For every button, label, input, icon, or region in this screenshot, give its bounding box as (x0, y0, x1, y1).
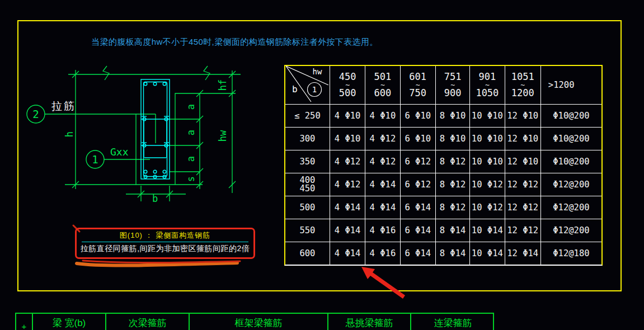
cell: 4 Φ10 (365, 105, 400, 128)
figure-divider (82, 242, 248, 242)
general-note-text: 当梁的腹板高度hw不小于450时,梁侧面的构造钢筋除标注者外按下表选用。 (91, 37, 483, 48)
corner-hw-label: hw (313, 67, 322, 76)
cell: 4 Φ14 (330, 196, 365, 219)
cell: 12 Φ12 (505, 196, 540, 219)
cell: 8 Φ12 (435, 196, 469, 219)
cell: 10 Φ14 (470, 219, 505, 242)
table-row: 350 4 Φ12 4 Φ12 6 Φ12 8 Φ12 10 Φ10 12 Φ1… (285, 150, 601, 173)
bottom-cell-frame-beam: 框架梁箍筋 (190, 314, 328, 330)
cell: 12 Φ12 (505, 173, 540, 196)
cell: 6 Φ14 (400, 242, 435, 265)
col-header: 1051~1200 (505, 66, 540, 105)
cell: 6 Φ12 (400, 150, 435, 173)
cell: 10 Φ12 (470, 196, 505, 219)
cell: 4 Φ10 (330, 105, 365, 128)
cell: 4 Φ12 (330, 173, 365, 196)
cell: 8 Φ10 (435, 105, 469, 128)
cell: 12 Φ10 (505, 150, 540, 173)
col-header: 901~1050 (470, 66, 505, 105)
cell: 4 Φ14 (365, 196, 400, 219)
figure-title: 图(10) ： 梁侧面构造钢筋 (120, 230, 210, 241)
cell: Φ12@200 (540, 196, 601, 219)
cell: 4 Φ10 (330, 128, 365, 150)
cell: 6 Φ14 (400, 196, 435, 219)
row-label: 500 (285, 196, 330, 219)
table-row: 400 450 4 Φ12 4 Φ14 6 Φ12 8 Φ12 10 Φ12 1… (285, 173, 601, 196)
row-label: 350 (285, 150, 330, 173)
cell: 12 Φ10 (505, 105, 540, 128)
cell: 10 Φ10 (470, 150, 505, 173)
cell: 4 Φ14 (365, 173, 400, 196)
row-label: ≤ 250 (285, 105, 330, 128)
figure-note: 拉筋直径同箍筋,间距为非加密区箍筋间距的2倍 (81, 244, 250, 254)
bottom-cell-cantilever-beam: 悬挑梁箍筋 (328, 314, 411, 330)
bottom-cell-secondary-beam: 次梁箍筋 (106, 314, 190, 330)
cad-drawing-canvas: 当梁的腹板高度hw不小于450时,梁侧面的构造钢筋除标注者外按下表选用。 (0, 0, 644, 330)
cell: 4 Φ14 (330, 242, 365, 265)
bottom-cell-coupling-beam: 连梁箍筋 (411, 314, 495, 330)
cell: 4 Φ12 (330, 150, 365, 173)
row-label: 400 450 (285, 173, 330, 196)
cell: 10 Φ12 (470, 173, 505, 196)
col-header: 601~750 (400, 66, 435, 105)
cell: Φ10@200 (540, 105, 601, 128)
cell: Φ10@200 (540, 128, 601, 150)
cell: 6 Φ14 (400, 219, 435, 242)
table-row: 550 4 Φ14 4 Φ16 6 Φ14 8 Φ14 10 Φ14 12 Φ1… (285, 219, 601, 242)
cell: 8 Φ12 (435, 173, 469, 196)
cell: 10 Φ10 (470, 105, 505, 128)
rebar-table: hw b 1 450~500 501~600 601~750 751~900 9… (284, 65, 603, 266)
col-header: 751~900 (435, 66, 469, 105)
cell: 12 Φ10 (505, 128, 540, 150)
cell: 6 Φ10 (400, 105, 435, 128)
bottom-cell-beam-width: 梁 宽(b) (33, 314, 106, 330)
cell: 4 Φ12 (365, 150, 400, 173)
cell: 6 Φ10 (400, 128, 435, 150)
figure-caption-highlight-box: 图(10) ： 梁侧面构造钢筋 拉筋直径同箍筋,间距为非加密区箍筋间距的2倍 (75, 228, 255, 259)
table-row: 300 4 Φ10 4 Φ12 6 Φ10 8 Φ10 10 Φ10 12 Φ1… (285, 128, 601, 150)
cell: 8 Φ12 (435, 150, 469, 173)
col-header: 501~600 (365, 66, 400, 105)
cell: 8 Φ14 (435, 219, 469, 242)
cell: 10 Φ10 (470, 128, 505, 150)
row-label: 600 (285, 242, 330, 265)
cell: 6 Φ12 (400, 173, 435, 196)
bottom-cell-index: + (16, 314, 33, 330)
col-header-gt1200: >1200 (540, 66, 601, 105)
cell: Φ12@180 (540, 242, 601, 265)
table-corner-cell: hw b 1 (285, 66, 330, 105)
cell: 4 Φ12 (365, 128, 400, 150)
cell: 12 Φ14 (505, 242, 540, 265)
cell: 4 Φ16 (365, 219, 400, 242)
table-row: ≤ 250 4 Φ10 4 Φ10 6 Φ10 8 Φ10 10 Φ10 12 … (285, 105, 601, 128)
cell: 8 Φ14 (435, 242, 469, 265)
cell: Φ10@200 (540, 150, 601, 173)
cell: 8 Φ10 (435, 128, 469, 150)
cell: 10 Φ14 (470, 242, 505, 265)
corner-b-label: b (292, 84, 298, 95)
cell: 4 Φ14 (330, 219, 365, 242)
corner-circle-1: 1 (312, 85, 317, 94)
cell: Φ12@200 (540, 219, 601, 242)
row-label: 550 (285, 219, 330, 242)
table-row: 500 4 Φ14 4 Φ14 6 Φ14 8 Φ12 10 Φ12 12 Φ1… (285, 196, 601, 219)
table-row: 600 4 Φ14 4 Φ16 6 Φ14 8 Φ14 10 Φ14 12 Φ1… (285, 242, 601, 265)
cell: 12 Φ12 (505, 219, 540, 242)
cell: 4 Φ16 (365, 242, 400, 265)
col-header: 450~500 (330, 66, 365, 105)
row-label: 300 (285, 128, 330, 150)
bottom-table-header: + 梁 宽(b) 次梁箍筋 框架梁箍筋 悬挑梁箍筋 连梁箍筋 (15, 313, 494, 330)
cell: Φ12@200 (540, 173, 601, 196)
